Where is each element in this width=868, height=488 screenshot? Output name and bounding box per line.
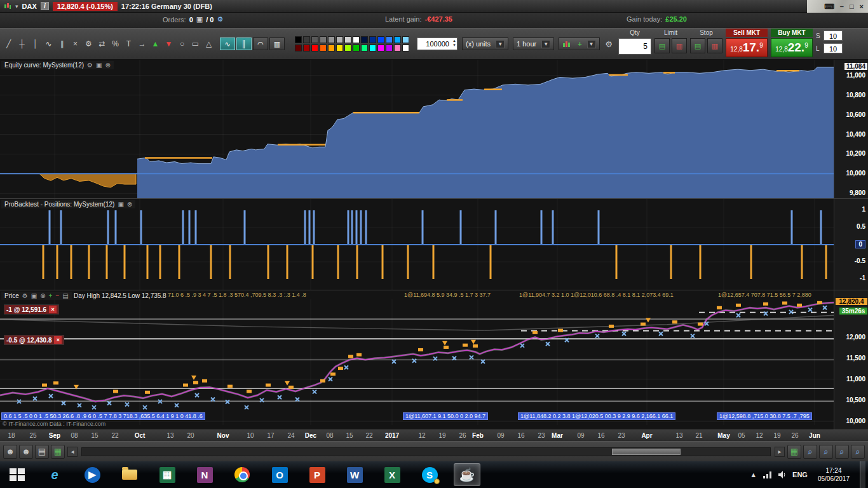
list-icon[interactable]: ▤ <box>62 292 68 299</box>
color-swatch[interactable] <box>377 44 384 51</box>
quantity-stepper[interactable]: ▲▼ <box>417 37 458 50</box>
buy-marker-tool-icon[interactable]: ▲ <box>149 38 161 50</box>
triangle-tool-icon[interactable]: △ <box>203 38 215 50</box>
speaker-icon[interactable] <box>778 471 786 478</box>
report-icon[interactable]: ▤ <box>35 445 49 459</box>
buy-limit-button[interactable]: ▤ <box>654 38 670 53</box>
color-swatch[interactable] <box>320 36 327 43</box>
zoom-in-icon[interactable]: ⌕ <box>803 445 817 459</box>
wrench-icon[interactable]: ⚙ <box>87 62 93 69</box>
window-icon[interactable]: ▣ <box>31 292 37 299</box>
color-swatch[interactable] <box>353 36 360 43</box>
delete-tool-icon[interactable]: × <box>69 38 81 50</box>
sell-mkt-button[interactable]: 12,817.9 <box>726 38 768 57</box>
powerpoint-icon[interactable]: P <box>304 463 330 486</box>
line-tool-icon[interactable]: ╱ <box>3 38 15 50</box>
color-swatch[interactable] <box>344 36 351 43</box>
internet-explorer-icon[interactable]: e <box>41 463 68 486</box>
rectangle-tool-icon[interactable]: ▭ <box>189 38 201 50</box>
color-swatch[interactable] <box>328 44 335 51</box>
order-settings-icon[interactable]: ⚙ <box>602 37 615 50</box>
buy-stop-button[interactable]: ▤ <box>690 38 705 53</box>
orders-settings-icon[interactable]: ⚙ <box>217 15 223 24</box>
close-icon[interactable]: ⊗ <box>40 292 45 299</box>
chevron-down-icon[interactable]: ▼ <box>587 40 596 48</box>
color-swatch[interactable] <box>344 44 351 51</box>
window-icon[interactable]: ▣ <box>118 201 123 208</box>
color-swatch[interactable] <box>402 36 409 43</box>
scrollbar-thumb[interactable] <box>612 449 681 455</box>
color-swatch[interactable] <box>386 44 393 51</box>
color-swatch[interactable] <box>369 36 376 43</box>
color-swatch[interactable] <box>353 44 360 51</box>
excel-icon[interactable]: X <box>379 463 405 486</box>
java-icon[interactable]: ☕ <box>454 463 480 486</box>
media-player-icon[interactable]: ▶ <box>79 463 105 486</box>
equity-chart-canvas[interactable] <box>0 60 834 198</box>
close-icon[interactable]: ⊗ <box>127 201 132 208</box>
buy-mkt-button[interactable]: 12,822.9 <box>771 38 813 57</box>
close-icon[interactable]: ⊗ <box>105 62 110 69</box>
color-swatch[interactable] <box>311 36 318 43</box>
color-swatch[interactable] <box>402 44 409 51</box>
color-swatch[interactable] <box>394 36 401 43</box>
freehand-tool-icon[interactable]: ∿ <box>43 38 55 50</box>
info-icon[interactable]: i <box>41 2 49 10</box>
scroll-left-arrow[interactable]: ◂ <box>67 447 78 457</box>
outlook-icon[interactable]: O <box>266 463 293 486</box>
limit-distance-value[interactable]: 10 <box>824 43 843 53</box>
color-swatch[interactable] <box>361 44 368 51</box>
accounts-icon[interactable]: ☻ <box>3 445 17 459</box>
close-position-icon[interactable]: × <box>49 306 57 313</box>
window-icon[interactable]: ▣ <box>96 62 102 69</box>
grid-view-icon[interactable]: ▦ <box>787 445 801 459</box>
skype-icon[interactable]: S <box>416 463 443 486</box>
tray-expand-icon[interactable]: ▲ <box>750 471 757 478</box>
keyboard-icon[interactable]: ⌨ <box>824 3 834 11</box>
color-swatch[interactable] <box>336 36 343 43</box>
vertical-line-tool-icon[interactable]: │ <box>29 38 41 50</box>
chrome-icon[interactable] <box>229 463 255 486</box>
minimize-button[interactable]: – <box>840 3 844 10</box>
arrow-tool-icon[interactable]: → <box>136 38 148 50</box>
stepper-arrows-icon[interactable]: ▲▼ <box>452 39 456 48</box>
timeframe-select[interactable]: 1 hour ▼ <box>513 37 554 50</box>
chart-scrollbar[interactable] <box>81 447 771 456</box>
units-select[interactable]: (x) units ▼ <box>462 37 508 50</box>
stop-distance-value[interactable]: 10 <box>824 30 843 41</box>
color-swatch[interactable] <box>303 44 310 51</box>
color-swatch[interactable] <box>369 44 376 51</box>
price-chart-canvas[interactable] <box>0 290 834 430</box>
chart-type-candlestick-button[interactable]: ║ <box>236 37 252 50</box>
show-desktop-button[interactable] <box>860 461 865 488</box>
maximize-button[interactable]: □ <box>850 3 854 10</box>
quantity-input[interactable] <box>417 37 458 50</box>
instrument-dropdown-icon[interactable]: ▾ <box>15 3 18 10</box>
color-swatch[interactable] <box>386 36 393 43</box>
color-swatch[interactable] <box>295 36 302 43</box>
positions-chart-canvas[interactable] <box>0 199 834 290</box>
channel-tool-icon[interactable]: ∥ <box>56 38 68 50</box>
close-position-icon[interactable]: × <box>54 336 62 344</box>
network-icon[interactable] <box>763 471 772 478</box>
text-tool-icon[interactable]: T <box>123 38 135 50</box>
close-button[interactable]: × <box>860 3 864 10</box>
color-swatch[interactable] <box>311 44 318 51</box>
cancel-orders-icon[interactable]: ▣ <box>196 15 203 24</box>
chart-type-line-button[interactable]: ∿ <box>220 37 235 50</box>
onenote-icon[interactable]: N <box>191 463 218 486</box>
wrench-icon[interactable]: ⚙ <box>22 292 28 299</box>
sharepoint-icon[interactable]: ▦ <box>154 463 180 486</box>
color-swatch[interactable] <box>336 44 343 51</box>
measure-tool-icon[interactable]: % <box>109 38 121 50</box>
sell-limit-button[interactable]: ▥ <box>672 38 687 53</box>
zoom-reset-icon[interactable]: ⌕ <box>851 445 865 459</box>
scroll-right-arrow[interactable]: ▸ <box>775 447 785 457</box>
add-chart-button[interactable]: + ▼ <box>559 37 599 50</box>
settings-tool-icon[interactable]: ⚙ <box>83 38 95 50</box>
table-view-icon[interactable]: ▦ <box>51 445 65 459</box>
color-swatch[interactable] <box>303 36 310 43</box>
color-swatch[interactable] <box>394 44 401 51</box>
chart-type-area-button[interactable]: ◠ <box>253 37 268 50</box>
compare-tool-icon[interactable]: ⇄ <box>96 38 108 50</box>
